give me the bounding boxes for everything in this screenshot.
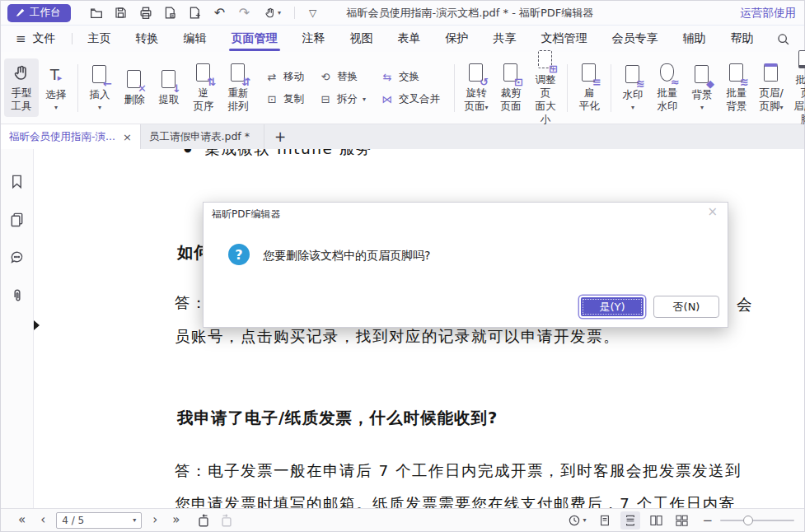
page-indicator-combo[interactable]: 4 / 5 ▾	[56, 512, 142, 529]
dialog-close-icon[interactable]: ×	[707, 206, 718, 218]
menu-help[interactable]: 帮助	[718, 26, 766, 52]
next-view-icon	[219, 513, 234, 528]
tool-swap-pages[interactable]: ⇆交换	[381, 70, 440, 84]
menu-file-label: 文件	[33, 31, 56, 46]
save-button[interactable]	[109, 3, 133, 23]
no-button[interactable]: 否(N)	[653, 296, 719, 318]
toolbar-divider	[567, 64, 568, 112]
toolbar-divider	[77, 64, 78, 112]
last-page-button[interactable]: »	[165, 514, 187, 526]
open-file-button[interactable]	[84, 3, 109, 23]
tool-duplicate-pages[interactable]: ⊡复制	[265, 92, 304, 106]
tool-flatten[interactable]: ≡ 扁 平化	[572, 58, 606, 118]
tool-split-document[interactable]: ⊟拆分▾	[319, 92, 366, 106]
tool-hand[interactable]: 手型 工具	[4, 58, 39, 118]
tool-batch-background[interactable]: ≋ 批量 背景	[719, 58, 754, 118]
tool-rotate-pages[interactable]: ↺ 旋转 页面▾	[459, 58, 494, 118]
dropdown-caret-icon: ▾	[54, 104, 58, 111]
menu-page-management[interactable]: 页面管理	[219, 26, 290, 52]
comments-panel-button[interactable]	[8, 248, 26, 266]
attachments-panel-button[interactable]	[8, 286, 26, 304]
bookmarks-panel-button[interactable]	[8, 172, 26, 190]
flatten-icon: ≡	[579, 63, 599, 84]
single-page-view-button[interactable]	[595, 511, 615, 530]
menu-protect-label: 保护	[446, 31, 469, 46]
tool-batch-header-footer[interactable]: 批量页 眉/页脚	[789, 45, 805, 131]
close-icon[interactable]: ×	[116, 131, 132, 143]
menu-view[interactable]: 视图	[338, 26, 386, 52]
new-tab-button[interactable]: +	[264, 124, 296, 149]
menu-document-management[interactable]: 文档管理	[529, 26, 600, 52]
tool-batch-watermark[interactable]: ≈ 批量 水印	[650, 58, 685, 118]
page-organize-button[interactable]	[158, 3, 183, 23]
tool-insert-pages[interactable]: ← 插入 ▾	[82, 60, 117, 115]
batch-background-icon: ≋	[727, 63, 746, 84]
tool-interleave-merge[interactable]: ⋈交叉合并	[381, 92, 440, 106]
tool-reverse-order[interactable]: ⇅ 逆 页序	[186, 58, 221, 118]
toolbar-divider	[611, 64, 611, 112]
tool-resize-pages[interactable]: ⊞ 调整页 面大小	[528, 45, 563, 131]
menu-help-label: 帮助	[731, 31, 754, 46]
tab-member-guide[interactable]: 福昕会员使用指南-演... ×	[1, 124, 141, 149]
menu-comment[interactable]: 注释	[290, 26, 338, 52]
menu-home[interactable]: 主页	[76, 26, 124, 52]
menu-view-label: 视图	[350, 31, 373, 46]
first-page-button[interactable]: «	[11, 514, 33, 526]
tool-background[interactable]: ◆ 背景 ▾	[685, 60, 719, 115]
hamburger-menu-icon[interactable]: ≡	[16, 31, 26, 46]
zoom-slider-knob[interactable]	[743, 516, 753, 525]
move-pages-icon: ⇄	[265, 71, 278, 83]
rotate-pages-icon: ↺	[466, 63, 486, 84]
sidebar-expand-handle[interactable]	[34, 320, 40, 330]
facing-view-button[interactable]	[646, 511, 666, 530]
tool-delete-pages[interactable]: ✕ 删除	[117, 65, 152, 110]
menu-protect[interactable]: 保护	[433, 26, 481, 52]
header-footer-icon	[761, 63, 781, 84]
tool-select[interactable]: T▸ 选择 ▾	[39, 60, 73, 115]
autoscroll-button[interactable]: ▾	[564, 511, 589, 530]
pages-panel-button[interactable]	[8, 210, 26, 228]
menu-share[interactable]: 共享	[481, 26, 529, 52]
account-name[interactable]: 运营部使用	[741, 6, 797, 21]
collapse-toolbar-button[interactable]: ▽	[301, 3, 325, 23]
tool-watermark[interactable]: ≋ 水印 ▾	[615, 60, 650, 115]
menu-convert[interactable]: 转换	[124, 26, 171, 52]
menu-file[interactable]: 文件	[31, 26, 68, 52]
continuous-page-icon	[624, 514, 637, 527]
undo-button[interactable]: ↶	[208, 3, 232, 23]
continuous-view-button[interactable]	[620, 511, 640, 530]
doc-fragment: 会	[737, 294, 753, 315]
zoom-slider[interactable]	[720, 516, 794, 525]
menu-member-exclusive[interactable]: 会员专享	[600, 26, 671, 52]
next-page-button[interactable]: ›	[145, 514, 165, 526]
yes-button[interactable]: 是(Y)	[579, 296, 645, 318]
print-button[interactable]	[133, 3, 158, 23]
tool-move-pages[interactable]: ⇄移动	[265, 70, 304, 84]
tool-replace-pages[interactable]: ⟲替换	[319, 70, 366, 84]
page-edit-small-tools: ⇄移动 ⟲替换 ⇆交换 ⊡复制 ⊟拆分▾ ⋈交叉合并	[255, 70, 450, 106]
new-page-button[interactable]	[183, 3, 208, 23]
tab-leave-form[interactable]: 员工请假申请表.pdf *	[141, 124, 264, 149]
tool-insert-label: 插入	[90, 88, 110, 101]
duplicate-pages-icon: ⊡	[265, 93, 278, 105]
facing-continuous-view-button[interactable]	[672, 511, 691, 530]
tool-header-footer[interactable]: 页眉/ 页脚▾	[754, 58, 789, 118]
redo-button[interactable]: ↷	[232, 3, 257, 23]
tool-reorder-pages[interactable]: ⇵ 重新 排列	[221, 58, 255, 118]
menu-form[interactable]: 表单	[386, 26, 433, 52]
previous-view-button[interactable]	[195, 512, 212, 529]
hand-tool-quick-button[interactable]: ▾	[257, 3, 288, 23]
previous-page-button[interactable]: ‹	[33, 514, 53, 526]
tool-extract-pages[interactable]: ↓ 提取	[152, 65, 186, 110]
menu-accessibility[interactable]: 辅助	[671, 26, 718, 52]
zoom-out-button[interactable]: −	[702, 513, 713, 528]
next-view-button[interactable]	[218, 512, 235, 529]
tool-crop-pages[interactable]: ⊡ 裁剪 页面	[494, 58, 528, 118]
workspace-button[interactable]: 工作台	[7, 4, 71, 22]
search-icon	[776, 32, 790, 46]
undo-icon: ↶	[214, 7, 225, 20]
doc-line-invoice: 员账号，点击购买记录，找到对应的记录就可以申请开发票。	[175, 326, 620, 347]
titlebar: 工作台 ↶ ↷ ▾ ▽ 福昕会员使用指南-演示文档.pdf * - 福昕PDF编…	[1, 1, 804, 26]
watermark-icon: ≋	[623, 64, 643, 86]
menu-edit[interactable]: 编辑	[171, 26, 219, 52]
